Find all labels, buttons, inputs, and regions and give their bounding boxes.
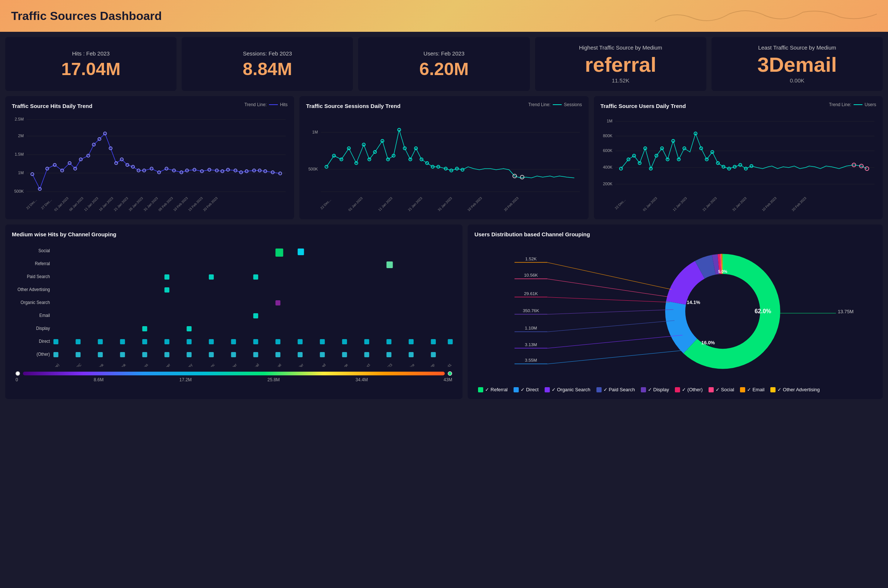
svg-text:webapp: webapp bbox=[424, 362, 436, 367]
kpi-users-label: Users: Feb 2023 bbox=[424, 50, 465, 57]
kpi-highest-sub: 11.52K bbox=[612, 77, 630, 84]
svg-text:footer: footer bbox=[228, 362, 237, 367]
svg-text:21 Jan 2023: 21 Jan 2023 bbox=[702, 196, 717, 211]
medium-hits-title: Medium wise Hits by Channel Grouping bbox=[12, 231, 456, 237]
hits-legend-label: Hits bbox=[280, 102, 288, 107]
svg-text:11 Jan 2023: 11 Jan 2023 bbox=[672, 196, 687, 211]
svg-rect-186 bbox=[342, 339, 347, 344]
svg-rect-181 bbox=[231, 339, 236, 344]
svg-rect-174 bbox=[75, 339, 80, 344]
svg-text:22 Dec...: 22 Dec... bbox=[320, 198, 332, 210]
svg-rect-255 bbox=[515, 363, 548, 364]
svg-rect-211 bbox=[298, 249, 304, 255]
medium-hits-svg: Social Referral Paid Search Other Advert… bbox=[12, 241, 456, 367]
donut-chart-card: Users Distribution based Channel Groupin… bbox=[468, 225, 883, 399]
svg-rect-191 bbox=[448, 339, 452, 344]
svg-rect-200 bbox=[231, 352, 236, 357]
legend-display: ✓ Display bbox=[641, 387, 669, 392]
svg-point-93 bbox=[520, 175, 524, 179]
kpi-least: Least Traffic Source by Medium 3Demail 0… bbox=[712, 37, 883, 91]
sessions-svg: 1M 500K bbox=[306, 111, 581, 211]
svg-rect-194 bbox=[98, 352, 102, 357]
svg-rect-206 bbox=[364, 352, 369, 357]
svg-rect-243 bbox=[515, 297, 548, 297]
svg-line-253 bbox=[548, 335, 683, 348]
svg-text:referral23: referral23 bbox=[380, 362, 393, 367]
svg-rect-189 bbox=[409, 339, 414, 344]
kpi-highest: Highest Traffic Source by Medium referra… bbox=[535, 37, 706, 91]
hits-trend-chart: Traffic Source Hits Daily Trend Trend Li… bbox=[5, 96, 294, 219]
svg-line-250 bbox=[548, 321, 675, 332]
svg-text:800K: 800K bbox=[603, 134, 612, 138]
svg-rect-219 bbox=[142, 326, 147, 332]
legend-referral: ✓ Referral bbox=[478, 387, 508, 392]
svg-rect-249 bbox=[515, 332, 548, 332]
svg-rect-218 bbox=[253, 313, 258, 318]
svg-rect-182 bbox=[253, 339, 258, 344]
hits-svg: 2.5M 2M 1.5M 1M 500K bbox=[12, 111, 287, 211]
svg-text:Email: Email bbox=[39, 313, 50, 318]
svg-rect-173 bbox=[53, 339, 58, 344]
sessions-trend-chart: Traffic Source Sessions Daily Trend Tren… bbox=[299, 96, 588, 219]
svg-rect-215 bbox=[253, 274, 258, 280]
svg-text:29.61K: 29.61K bbox=[524, 291, 538, 296]
svg-text:1M: 1M bbox=[607, 119, 612, 123]
svg-text:3.13M: 3.13M bbox=[525, 342, 537, 347]
svg-text:mailer: mailer bbox=[294, 362, 304, 367]
kpi-users: Users: Feb 2023 6.20M bbox=[358, 37, 529, 91]
svg-rect-202 bbox=[275, 352, 280, 357]
svg-text:1M: 1M bbox=[312, 130, 318, 134]
svg-text:22 Dec...: 22 Dec... bbox=[614, 198, 627, 210]
kpi-least-sub: 0.00K bbox=[790, 77, 804, 84]
svg-text:01 Jan 2023: 01 Jan 2023 bbox=[54, 196, 69, 211]
kpi-hits-label: Hits : Feb 2023 bbox=[72, 50, 110, 57]
legend-organic: ✓ Organic Search bbox=[545, 387, 590, 392]
kpi-least-label: Least Traffic Source by Medium bbox=[758, 44, 836, 51]
users-trend-chart: Traffic Source Users Daily Trend Trend L… bbox=[594, 96, 883, 219]
medium-hits-card: Medium wise Hits by Channel Grouping Soc… bbox=[5, 225, 463, 399]
svg-text:Paid Search: Paid Search bbox=[27, 274, 50, 279]
svg-text:2.5M: 2.5M bbox=[15, 117, 24, 121]
svg-text:200K: 200K bbox=[603, 182, 612, 186]
svg-rect-203 bbox=[298, 352, 302, 357]
svg-rect-214 bbox=[209, 274, 213, 280]
svg-text:cpc: cpc bbox=[209, 362, 215, 367]
svg-text:(none): (none) bbox=[50, 362, 60, 367]
legend-other-advertising: ✓ Other Advertising bbox=[770, 387, 820, 392]
svg-text:1.10M: 1.10M bbox=[525, 326, 537, 331]
svg-text:21 Jan 2023: 21 Jan 2023 bbox=[113, 196, 129, 211]
svg-text:11 Jan 2023: 11 Jan 2023 bbox=[378, 196, 393, 211]
svg-rect-197 bbox=[164, 352, 169, 357]
svg-text:welcomemail1: welcomemail1 bbox=[433, 362, 452, 367]
svg-text:31 Jan 2023: 31 Jan 2023 bbox=[732, 196, 747, 211]
kpi-users-value: 6.20M bbox=[419, 60, 469, 78]
svg-text:Wordpress: Wordpress bbox=[134, 362, 149, 367]
svg-text:10 Feb 2023: 10 Feb 2023 bbox=[761, 196, 777, 211]
svg-rect-237 bbox=[515, 262, 548, 262]
svg-point-69 bbox=[325, 165, 328, 168]
svg-text:native-ad: native-ad bbox=[313, 362, 326, 367]
header-decoration bbox=[162, 7, 877, 25]
svg-rect-240 bbox=[515, 279, 548, 279]
svg-rect-187 bbox=[364, 339, 369, 344]
svg-rect-190 bbox=[431, 339, 436, 344]
svg-line-241 bbox=[548, 279, 668, 297]
svg-text:16 Jan 2023: 16 Jan 2023 bbox=[98, 196, 114, 211]
kpi-row: Hits : Feb 2023 17.04M Sessions: Feb 202… bbox=[0, 32, 888, 96]
svg-text:category: category bbox=[181, 362, 193, 367]
svg-rect-207 bbox=[387, 352, 391, 357]
users-legend-label: Users bbox=[865, 102, 876, 107]
svg-text:26 Jan 2023: 26 Jan 2023 bbox=[128, 196, 144, 211]
gradient-bar-container: 0 8.6M 17.2M 25.8M 34.4M 43M bbox=[12, 371, 456, 382]
svg-text:paymentpage: paymentpage bbox=[331, 362, 349, 367]
sessions-legend-label: Sessions bbox=[564, 102, 582, 107]
svg-text:13.75M: 13.75M bbox=[838, 309, 853, 314]
gradient-labels: 0 8.6M 17.2M 25.8M 34.4M 43M bbox=[15, 377, 452, 382]
svg-text:Other Advertising: Other Advertising bbox=[17, 287, 50, 292]
svg-text:31 Jan 2023: 31 Jan 2023 bbox=[437, 196, 453, 211]
svg-text:10 Feb 2023: 10 Feb 2023 bbox=[467, 196, 483, 211]
svg-rect-212 bbox=[387, 261, 393, 268]
svg-text:05 Feb 2023: 05 Feb 2023 bbox=[158, 196, 174, 211]
svg-rect-220 bbox=[186, 326, 191, 332]
kpi-sessions-label: Sessions: Feb 2023 bbox=[243, 50, 292, 57]
